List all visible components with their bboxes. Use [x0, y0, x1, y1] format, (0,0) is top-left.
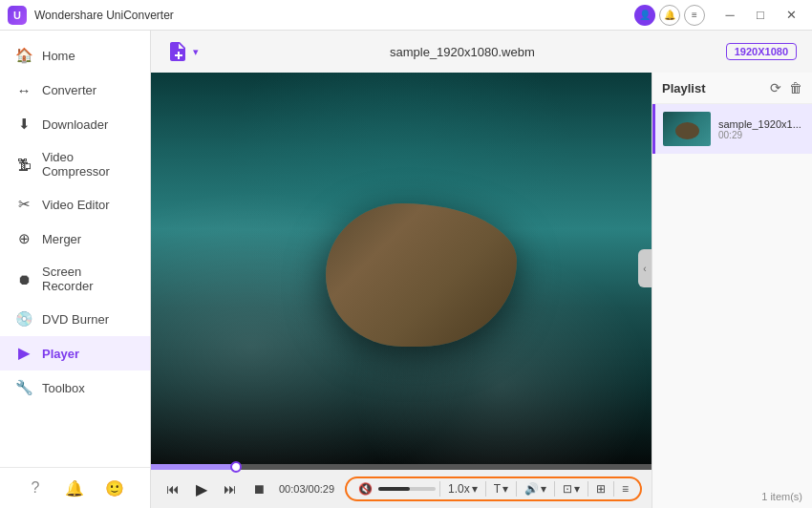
playlist-item-name: sample_1920x1... — [718, 118, 804, 130]
title-bar: U Wondershare UniConverter 👤 🔔 ≡ ─ □ ✕ — [0, 0, 812, 31]
user-icon[interactable]: 👤 — [634, 5, 655, 26]
filename-label: sample_1920x1080.webm — [390, 45, 535, 59]
volume-fill — [378, 487, 410, 491]
divider-1 — [439, 481, 440, 497]
dvd-burner-icon: 💿 — [15, 310, 32, 328]
playlist-item[interactable]: sample_1920x1... 00:29 — [652, 104, 812, 154]
sidebar-label-merger: Merger — [42, 232, 81, 246]
snapshot-icon: ⊞ — [596, 482, 606, 496]
sidebar-item-video-compressor[interactable]: 🗜 Video Compressor — [0, 141, 150, 187]
downloader-icon: ⬇ — [15, 116, 32, 133]
merger-icon: ⊕ — [15, 230, 32, 247]
video-canvas[interactable]: ‹ — [151, 73, 652, 464]
maximize-button[interactable]: □ — [747, 5, 774, 26]
audio-icon: 🔊 — [524, 482, 539, 496]
main-layout: 🏠 Home ↔ Converter ⬇ Downloader 🗜 Video … — [0, 31, 812, 508]
playlist-panel: Playlist ⟳ 🗑 sample_1920x1... 00:29 — [652, 73, 812, 508]
minimize-button[interactable]: ─ — [716, 5, 743, 26]
sidebar-item-home[interactable]: 🏠 Home — [0, 38, 150, 73]
speed-caret: ▾ — [472, 482, 478, 496]
divider-3 — [516, 481, 517, 497]
divider-2 — [485, 481, 486, 497]
sidebar-item-converter[interactable]: ↔ Converter — [0, 73, 150, 107]
screen-recorder-icon: ⏺ — [15, 270, 32, 287]
top-toolbar: ▾ sample_1920x1080.webm 1920X1080 — [151, 31, 812, 73]
progress-bar[interactable] — [151, 464, 652, 470]
play-button[interactable]: ▶ — [189, 476, 214, 501]
playlist-footer: 1 item(s) — [652, 485, 812, 508]
volume-slider-wrap — [378, 487, 436, 491]
time-display: 00:03/00:29 — [279, 483, 334, 495]
add-media-button[interactable]: ▾ — [166, 40, 199, 63]
sidebar-label-home: Home — [42, 49, 75, 63]
audio-track-button[interactable]: 🔊 ▾ — [521, 480, 550, 497]
close-button[interactable]: ✕ — [778, 5, 804, 26]
content-area: ▾ sample_1920x1080.webm 1920X1080 ‹ — [151, 31, 812, 508]
thumbnail-rock — [675, 122, 699, 139]
converter-icon: ↔ — [15, 81, 32, 98]
compressor-icon: 🗜 — [15, 156, 32, 173]
sidebar-item-dvd-burner[interactable]: 💿 DVD Burner — [0, 302, 150, 336]
sidebar-item-merger[interactable]: ⊕ Merger — [0, 222, 150, 256]
bell-icon[interactable]: 🔔 — [64, 477, 85, 498]
collapse-handle[interactable]: ‹ — [638, 249, 652, 287]
snapshot-button[interactable]: ⊞ — [592, 480, 609, 497]
crop-button[interactable]: ⊡ ▾ — [559, 480, 584, 497]
controls-bar: ⏮ ▶ ⏭ ⏹ 00:03/00:29 🔇 — [151, 470, 652, 508]
playlist-item-info: sample_1920x1... 00:29 — [718, 118, 804, 140]
title-bar-icons: 👤 🔔 ≡ — [634, 5, 705, 26]
sidebar-bottom: ? 🔔 🙂 — [0, 467, 150, 508]
add-caret-icon: ▾ — [193, 46, 199, 58]
next-button[interactable]: ⏭ — [218, 476, 243, 501]
player-wrapper: ‹ ⏮ ▶ ⏭ ⏹ 00:03/00:29 — [151, 73, 812, 508]
volume-icon: 🔇 — [358, 482, 373, 496]
divider-5 — [588, 481, 588, 497]
sidebar-item-toolbox[interactable]: 🔧 Toolbox — [0, 370, 150, 405]
video-area: ‹ ⏮ ▶ ⏭ ⏹ 00:03/00:29 — [151, 73, 652, 508]
sidebar: 🏠 Home ↔ Converter ⬇ Downloader 🗜 Video … — [0, 31, 151, 508]
sidebar-item-video-editor[interactable]: ✂ Video Editor — [0, 187, 150, 222]
menu-icon: ≡ — [622, 482, 629, 496]
stop-button[interactable]: ⏹ — [246, 476, 271, 501]
notification-icon[interactable]: 🔔 — [659, 5, 680, 26]
player-icon: ▶ — [15, 345, 32, 362]
home-icon: 🏠 — [15, 47, 32, 64]
sidebar-label-converter: Converter — [42, 83, 96, 97]
playlist-delete-button[interactable]: 🗑 — [789, 80, 802, 95]
volume-slider[interactable] — [378, 487, 436, 491]
divider-6 — [613, 481, 614, 497]
speed-button[interactable]: 1.0x ▾ — [444, 480, 481, 497]
progress-handle[interactable] — [230, 461, 242, 473]
sidebar-label-player: Player — [42, 347, 79, 361]
volume-mute-button[interactable]: 🔇 — [354, 480, 376, 497]
caption-button[interactable]: T ▾ — [490, 480, 512, 497]
smiley-icon[interactable]: 🙂 — [104, 477, 125, 498]
playlist-menu-button[interactable]: ≡ — [618, 480, 632, 497]
sidebar-label-toolbox: Toolbox — [42, 381, 85, 395]
sidebar-item-player[interactable]: ▶ Player — [0, 336, 150, 370]
speed-label: 1.0x — [448, 482, 470, 496]
menu-icon[interactable]: ≡ — [684, 5, 705, 26]
crop-caret: ▾ — [574, 482, 580, 496]
caption-caret: ▾ — [502, 482, 508, 496]
sidebar-item-downloader[interactable]: ⬇ Downloader — [0, 107, 150, 141]
title-bar-left: U Wondershare UniConverter — [8, 6, 174, 25]
crop-icon: ⊡ — [563, 482, 572, 496]
sidebar-label-screen-recorder: Screen Recorder — [42, 265, 135, 293]
prev-button[interactable]: ⏮ — [160, 476, 185, 501]
sidebar-label-dvd: DVD Burner — [42, 312, 109, 327]
help-icon[interactable]: ? — [25, 477, 46, 498]
toolbox-icon: 🔧 — [15, 379, 32, 396]
app-logo: U — [8, 6, 27, 25]
progress-fill — [151, 464, 236, 470]
sidebar-items: 🏠 Home ↔ Converter ⬇ Downloader 🗜 Video … — [0, 31, 150, 413]
playlist-add-button[interactable]: ⟳ — [770, 80, 781, 95]
playlist-item-duration: 00:29 — [718, 130, 804, 140]
audio-caret: ▾ — [541, 482, 546, 496]
playlist-title: Playlist — [662, 81, 706, 95]
playlist-thumbnail — [663, 112, 711, 146]
sidebar-item-screen-recorder[interactable]: ⏺ Screen Recorder — [0, 256, 150, 302]
caption-icon: T — [494, 482, 501, 496]
item-count: 1 item(s) — [761, 491, 802, 502]
sidebar-label-editor: Video Editor — [42, 198, 110, 212]
